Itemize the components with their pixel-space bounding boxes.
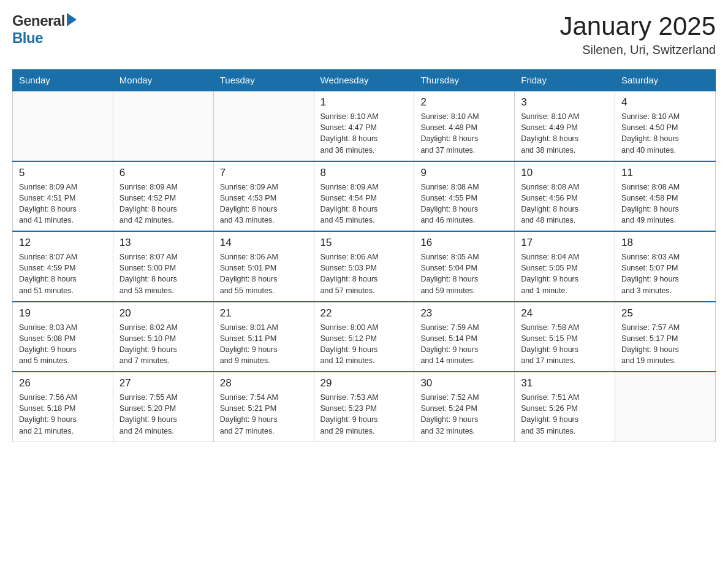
day-info: Sunrise: 8:03 AM Sunset: 5:07 PM Dayligh…	[621, 251, 709, 296]
day-info: Sunrise: 7:56 AM Sunset: 5:18 PM Dayligh…	[19, 392, 107, 437]
logo: General Blue	[12, 12, 77, 47]
calendar-cell: 20Sunrise: 8:02 AM Sunset: 5:10 PM Dayli…	[113, 302, 213, 372]
day-info: Sunrise: 8:09 AM Sunset: 4:53 PM Dayligh…	[220, 182, 308, 226]
logo-general-text: General	[12, 12, 65, 29]
calendar-cell: 14Sunrise: 8:06 AM Sunset: 5:01 PM Dayli…	[213, 231, 314, 302]
day-number: 23	[420, 307, 508, 320]
week-row-4: 19Sunrise: 8:03 AM Sunset: 5:08 PM Dayli…	[13, 302, 716, 372]
page-header: General Blue January 2025 Silenen, Uri, …	[12, 12, 716, 57]
calendar-cell	[615, 372, 716, 442]
day-info: Sunrise: 8:01 AM Sunset: 5:11 PM Dayligh…	[220, 322, 308, 367]
day-number: 13	[119, 237, 207, 249]
day-info: Sunrise: 7:57 AM Sunset: 5:17 PM Dayligh…	[621, 322, 709, 367]
calendar-cell: 21Sunrise: 8:01 AM Sunset: 5:11 PM Dayli…	[213, 302, 314, 372]
day-info: Sunrise: 8:10 AM Sunset: 4:48 PM Dayligh…	[420, 111, 508, 156]
calendar-cell: 31Sunrise: 7:51 AM Sunset: 5:26 PM Dayli…	[515, 372, 615, 442]
location-subtitle: Silenen, Uri, Switzerland	[559, 43, 716, 57]
calendar-cell: 5Sunrise: 8:09 AM Sunset: 4:51 PM Daylig…	[13, 161, 113, 232]
day-info: Sunrise: 7:54 AM Sunset: 5:21 PM Dayligh…	[220, 392, 308, 437]
day-number: 29	[320, 377, 408, 389]
logo-blue-text: Blue	[12, 29, 43, 47]
day-number: 25	[621, 307, 709, 320]
day-number: 26	[19, 377, 107, 389]
day-info: Sunrise: 8:08 AM Sunset: 4:55 PM Dayligh…	[420, 182, 508, 226]
day-info: Sunrise: 7:52 AM Sunset: 5:24 PM Dayligh…	[420, 392, 508, 437]
day-info: Sunrise: 7:53 AM Sunset: 5:23 PM Dayligh…	[320, 392, 408, 437]
day-info: Sunrise: 8:06 AM Sunset: 5:01 PM Dayligh…	[220, 251, 308, 296]
header-cell-monday: Monday	[113, 70, 213, 91]
calendar-cell: 23Sunrise: 7:59 AM Sunset: 5:14 PM Dayli…	[414, 302, 515, 372]
calendar-header: SundayMondayTuesdayWednesdayThursdayFrid…	[13, 70, 716, 91]
calendar-cell: 3Sunrise: 8:10 AM Sunset: 4:49 PM Daylig…	[515, 91, 615, 161]
day-info: Sunrise: 7:55 AM Sunset: 5:20 PM Dayligh…	[119, 392, 207, 437]
day-number: 15	[320, 237, 408, 249]
day-info: Sunrise: 8:04 AM Sunset: 5:05 PM Dayligh…	[521, 251, 609, 296]
day-number: 19	[19, 307, 107, 320]
calendar-body: 1Sunrise: 8:10 AM Sunset: 4:47 PM Daylig…	[13, 91, 716, 442]
day-number: 7	[220, 167, 308, 179]
day-info: Sunrise: 8:05 AM Sunset: 5:04 PM Dayligh…	[420, 251, 508, 296]
calendar-cell: 29Sunrise: 7:53 AM Sunset: 5:23 PM Dayli…	[314, 372, 414, 442]
calendar-cell: 13Sunrise: 8:07 AM Sunset: 5:00 PM Dayli…	[113, 231, 213, 302]
day-number: 30	[420, 377, 508, 389]
calendar-cell: 25Sunrise: 7:57 AM Sunset: 5:17 PM Dayli…	[615, 302, 716, 372]
day-number: 31	[521, 377, 609, 389]
day-info: Sunrise: 8:09 AM Sunset: 4:54 PM Dayligh…	[320, 182, 408, 226]
day-info: Sunrise: 8:09 AM Sunset: 4:52 PM Dayligh…	[119, 182, 207, 226]
calendar-cell: 2Sunrise: 8:10 AM Sunset: 4:48 PM Daylig…	[414, 91, 515, 161]
day-number: 2	[420, 96, 508, 109]
day-number: 14	[220, 237, 308, 249]
day-info: Sunrise: 8:08 AM Sunset: 4:56 PM Dayligh…	[521, 182, 609, 226]
day-info: Sunrise: 8:08 AM Sunset: 4:58 PM Dayligh…	[621, 182, 709, 226]
day-number: 11	[621, 167, 709, 179]
day-number: 24	[521, 307, 609, 320]
calendar-cell: 16Sunrise: 8:05 AM Sunset: 5:04 PM Dayli…	[414, 231, 515, 302]
header-cell-wednesday: Wednesday	[314, 70, 414, 91]
calendar-cell: 17Sunrise: 8:04 AM Sunset: 5:05 PM Dayli…	[515, 231, 615, 302]
header-cell-sunday: Sunday	[13, 70, 113, 91]
header-cell-friday: Friday	[515, 70, 615, 91]
day-number: 8	[320, 167, 408, 179]
calendar-cell: 8Sunrise: 8:09 AM Sunset: 4:54 PM Daylig…	[314, 161, 414, 232]
day-info: Sunrise: 8:03 AM Sunset: 5:08 PM Dayligh…	[19, 322, 107, 367]
calendar-cell: 10Sunrise: 8:08 AM Sunset: 4:56 PM Dayli…	[515, 161, 615, 232]
day-info: Sunrise: 8:00 AM Sunset: 5:12 PM Dayligh…	[320, 322, 408, 367]
day-info: Sunrise: 7:59 AM Sunset: 5:14 PM Dayligh…	[420, 322, 508, 367]
calendar-cell: 30Sunrise: 7:52 AM Sunset: 5:24 PM Dayli…	[414, 372, 515, 442]
day-number: 22	[320, 307, 408, 320]
calendar-cell: 15Sunrise: 8:06 AM Sunset: 5:03 PM Dayli…	[314, 231, 414, 302]
header-cell-tuesday: Tuesday	[213, 70, 314, 91]
calendar-table: SundayMondayTuesdayWednesdayThursdayFrid…	[12, 69, 716, 442]
week-row-2: 5Sunrise: 8:09 AM Sunset: 4:51 PM Daylig…	[13, 161, 716, 232]
day-info: Sunrise: 8:07 AM Sunset: 4:59 PM Dayligh…	[19, 251, 107, 296]
calendar-cell	[213, 91, 314, 161]
month-title: January 2025	[559, 12, 716, 40]
day-info: Sunrise: 7:51 AM Sunset: 5:26 PM Dayligh…	[521, 392, 609, 437]
week-row-1: 1Sunrise: 8:10 AM Sunset: 4:47 PM Daylig…	[13, 91, 716, 161]
calendar-cell: 7Sunrise: 8:09 AM Sunset: 4:53 PM Daylig…	[213, 161, 314, 232]
calendar-cell: 18Sunrise: 8:03 AM Sunset: 5:07 PM Dayli…	[615, 231, 716, 302]
day-info: Sunrise: 8:07 AM Sunset: 5:00 PM Dayligh…	[119, 251, 207, 296]
calendar-cell: 1Sunrise: 8:10 AM Sunset: 4:47 PM Daylig…	[314, 91, 414, 161]
week-row-5: 26Sunrise: 7:56 AM Sunset: 5:18 PM Dayli…	[13, 372, 716, 442]
week-row-3: 12Sunrise: 8:07 AM Sunset: 4:59 PM Dayli…	[13, 231, 716, 302]
day-number: 16	[420, 237, 508, 249]
day-info: Sunrise: 8:09 AM Sunset: 4:51 PM Dayligh…	[19, 182, 107, 226]
calendar-cell	[13, 91, 113, 161]
header-row: SundayMondayTuesdayWednesdayThursdayFrid…	[13, 70, 716, 91]
calendar-cell: 26Sunrise: 7:56 AM Sunset: 5:18 PM Dayli…	[13, 372, 113, 442]
calendar-cell: 9Sunrise: 8:08 AM Sunset: 4:55 PM Daylig…	[414, 161, 515, 232]
calendar-cell: 19Sunrise: 8:03 AM Sunset: 5:08 PM Dayli…	[13, 302, 113, 372]
day-info: Sunrise: 8:10 AM Sunset: 4:47 PM Dayligh…	[320, 111, 408, 156]
calendar-cell: 24Sunrise: 7:58 AM Sunset: 5:15 PM Dayli…	[515, 302, 615, 372]
day-number: 18	[621, 237, 709, 249]
day-number: 6	[119, 167, 207, 179]
day-info: Sunrise: 7:58 AM Sunset: 5:15 PM Dayligh…	[521, 322, 609, 367]
day-number: 4	[621, 96, 709, 109]
day-info: Sunrise: 8:10 AM Sunset: 4:49 PM Dayligh…	[521, 111, 609, 156]
calendar-cell: 22Sunrise: 8:00 AM Sunset: 5:12 PM Dayli…	[314, 302, 414, 372]
calendar-cell: 12Sunrise: 8:07 AM Sunset: 4:59 PM Dayli…	[13, 231, 113, 302]
day-number: 9	[420, 167, 508, 179]
day-number: 27	[119, 377, 207, 389]
day-number: 20	[119, 307, 207, 320]
